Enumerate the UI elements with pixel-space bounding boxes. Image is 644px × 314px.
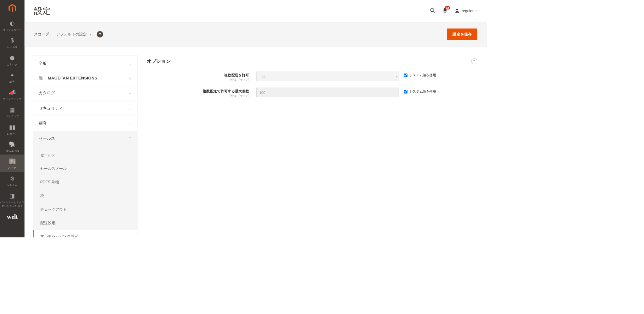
use-system-checkbox[interactable]	[404, 90, 408, 94]
nav-stores[interactable]: 🏬ストア	[0, 154, 25, 172]
mammoth-icon: 🐘	[39, 76, 45, 80]
allow-multishipping-select[interactable]: はい	[256, 72, 399, 81]
scope-label: スコープ：	[34, 32, 53, 37]
search-icon[interactable]	[430, 8, 436, 15]
mammoth-icon: 🐘	[0, 141, 25, 148]
field-scope: [ウェブサイト]	[147, 94, 249, 98]
notifications-icon[interactable]: 12	[442, 8, 448, 15]
chevron-down-icon: ▼	[89, 33, 92, 36]
tab-general[interactable]: 全般⌄	[33, 56, 137, 71]
magento-logo[interactable]	[0, 0, 25, 17]
chevron-down-icon: ⌄	[129, 91, 131, 95]
sub-sales-emails[interactable]: セールスメール	[33, 162, 137, 176]
gauge-icon: ◐	[0, 20, 25, 27]
dollar-icon: $	[0, 37, 25, 44]
chevron-up-icon: ⌃	[129, 137, 131, 140]
sub-multishipping[interactable]: マルチシッピング設定	[33, 230, 137, 237]
partners-icon: ◨	[0, 192, 25, 199]
chevron-down-icon: ⌄	[129, 122, 131, 125]
collapse-icon[interactable]: ⌃	[471, 58, 477, 64]
user-icon	[455, 8, 460, 14]
admin-sidebar: ◐ダッシュボード $セールス ⬢カタログ ✦顧客 📣マーケティング ▦コンテンツ…	[0, 0, 25, 237]
field-label: 複数配送を許可	[224, 73, 249, 77]
chevron-down-icon: ⌄	[129, 106, 131, 110]
tab-catalog[interactable]: カタログ⌄	[33, 85, 137, 100]
nav-magefan[interactable]: 🐘MAGEFAN	[0, 138, 25, 154]
svg-point-2	[456, 8, 458, 10]
help-icon[interactable]: ?	[97, 31, 103, 37]
chart-icon: ▮▮	[0, 124, 25, 131]
field-label: 複数配送で許可する最大個数	[203, 89, 249, 93]
tab-security[interactable]: セキュリティ⌄	[33, 101, 137, 116]
nav-marketing[interactable]: 📣マーケティング	[0, 86, 25, 103]
nav-dashboard[interactable]: ◐ダッシュボード	[0, 17, 25, 34]
user-menu[interactable]: regular ▼	[455, 8, 477, 14]
tab-sales-subitems: セールス セールスメール PDF印刷物 税 チェックアウト 配送設定 マルチシッ…	[33, 146, 137, 237]
nav-system[interactable]: ⚙システム	[0, 172, 25, 189]
field-scope: [ウェブサイト]	[147, 78, 249, 82]
nav-content[interactable]: ▦コンテンツ	[0, 103, 25, 121]
chevron-down-icon: ⌄	[129, 76, 131, 80]
save-config-button[interactable]: 設定を保存	[447, 29, 477, 40]
use-system-value-max[interactable]: システム値を使用	[404, 88, 436, 94]
box-icon: ⬢	[0, 55, 25, 61]
gear-icon: ⚙	[0, 175, 25, 182]
sub-sales[interactable]: セールス	[33, 149, 137, 162]
config-tabs: 全般⌄ 🐘MAGEFAN EXTENSIONS ⌄ カタログ⌄ セキュリティ⌄ …	[33, 56, 137, 237]
tab-sales[interactable]: セールス⌃	[33, 131, 137, 146]
svg-point-0	[430, 8, 434, 12]
tab-customers[interactable]: 顧客⌄	[33, 116, 137, 131]
sub-pdf[interactable]: PDF印刷物	[33, 176, 137, 189]
sub-tax[interactable]: 税	[33, 189, 137, 203]
megaphone-icon: 📣	[0, 89, 25, 96]
field-max-qty: 複数配送で許可する最大個数 [ウェブサイト] システム値を使用	[147, 88, 477, 98]
tab-magefan[interactable]: 🐘MAGEFAN EXTENSIONS ⌄	[33, 71, 137, 85]
nav-partners[interactable]: ◨パートナーとエクステンションを探す	[0, 189, 25, 210]
person-icon: ✦	[0, 72, 25, 78]
user-name: regular	[462, 9, 474, 13]
layout-icon: ▦	[0, 106, 25, 113]
section-options-header[interactable]: オプション ⌃	[147, 56, 477, 72]
max-qty-input[interactable]	[256, 88, 399, 97]
config-pane: オプション ⌃ 複数配送を許可 [ウェブサイト] はい	[137, 56, 477, 237]
nav-customers[interactable]: ✦顧客	[0, 68, 25, 86]
chevron-down-icon: ▼	[475, 10, 477, 12]
scope-toolbar: スコープ： デフォルトの設定 ▼ ? 設定を保存	[25, 22, 487, 46]
field-allow-multishipping: 複数配送を許可 [ウェブサイト] はい システム値を使用	[147, 72, 477, 82]
use-system-value-allow[interactable]: システム値を使用	[404, 72, 436, 78]
sub-shipping-settings[interactable]: 配送設定	[33, 216, 137, 230]
sub-checkout[interactable]: チェックアウト	[33, 203, 137, 216]
nav-catalog[interactable]: ⬢カタログ	[0, 51, 25, 68]
svg-line-1	[433, 11, 435, 13]
nav-sales[interactable]: $セールス	[0, 34, 25, 51]
use-system-checkbox[interactable]	[404, 73, 408, 77]
page-header: 設定 12 regular ▼	[25, 0, 487, 22]
notifications-badge: 12	[445, 6, 450, 9]
storefront-icon: 🏬	[0, 158, 25, 165]
welt-logo[interactable]: welt	[7, 213, 18, 220]
chevron-down-icon: ⌄	[129, 61, 131, 65]
nav-reports[interactable]: ▮▮レポート	[0, 121, 25, 138]
scope-selector[interactable]: デフォルトの設定 ▼	[56, 32, 92, 37]
page-title: 設定	[34, 5, 51, 17]
